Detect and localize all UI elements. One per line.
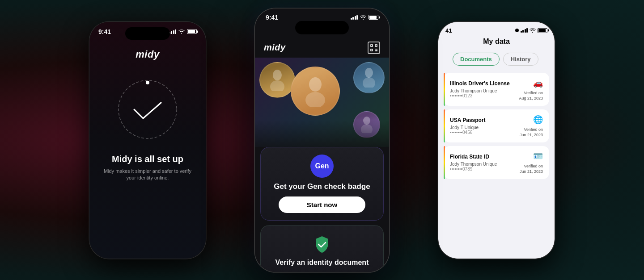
document-item-3[interactable]: Florida State ID Jody Thompson Unique ••… [444, 146, 549, 179]
center-signal-icon [351, 15, 358, 20]
left-time: 9:41 [98, 28, 111, 35]
doc-3-info: Florida State ID Jody Thompson Unique ••… [450, 154, 520, 171]
battery-icon [187, 29, 197, 34]
document-item-2[interactable]: USA Passport Jody T Unique ••••••••0456 … [444, 109, 549, 142]
svg-rect-9 [376, 49, 377, 50]
svg-point-16 [365, 68, 373, 78]
right-time: 41 [445, 27, 452, 34]
center-status-bar: 9:41 [255, 8, 389, 21]
tab-history[interactable]: History [503, 53, 538, 66]
right-status-bar: 41 [438, 22, 555, 69]
document-list: Illinois Driver's License Jody Thompson … [438, 69, 555, 259]
doc-3-verified-date: Jun 21, 2023 [520, 169, 543, 174]
right-signal-icon [521, 28, 528, 33]
svg-point-12 [273, 70, 282, 80]
svg-point-0 [119, 80, 177, 138]
start-verification-link[interactable]: Start verification [301, 271, 343, 272]
setup-title: Midy is all set up [112, 154, 183, 164]
right-phone-inner: 41 [438, 22, 555, 259]
doc-2-verified-label: Verified on [524, 127, 543, 132]
left-phone-logo: midy [136, 49, 159, 60]
center-status-icons [351, 15, 379, 20]
center-time: 9:41 [266, 14, 278, 21]
tab-documents[interactable]: Documents [453, 53, 500, 66]
svg-rect-10 [375, 50, 376, 51]
right-battery-icon [538, 28, 547, 33]
svg-rect-7 [371, 50, 372, 50]
right-status-row: 41 [445, 27, 547, 34]
doc-2-verified-date: Jun 21, 2023 [520, 133, 543, 137]
center-header: midy [255, 38, 389, 58]
center-battery-icon [369, 15, 378, 20]
phones-container: 9:41 midy [0, 0, 644, 280]
doc-2-holder: Jody T Unique [450, 125, 520, 130]
left-phone: 9:41 midy [89, 22, 206, 259]
photo-bubble-3 [353, 62, 385, 93]
gen-badge-circle: Gen [310, 155, 334, 178]
doc-3-number: ••••••••0789 [450, 167, 520, 171]
shield-check-icon [312, 234, 332, 254]
right-wifi-icon [530, 28, 536, 33]
center-wifi-icon [360, 15, 366, 20]
svg-point-1 [146, 81, 149, 84]
svg-point-14 [309, 77, 322, 92]
doc-3-name: Florida State ID [450, 154, 520, 160]
center-dynamic-island [295, 21, 349, 34]
svg-rect-8 [375, 49, 376, 50]
doc-1-info: Illinois Driver's License Jody Thompson … [450, 80, 519, 98]
left-phone-content: 9:41 midy [89, 22, 206, 259]
center-phone-inner: 9:41 m [255, 8, 389, 272]
svg-rect-5 [371, 45, 372, 46]
doc-1-number: ••••••••0123 [450, 93, 519, 98]
verify-title: Verify an identity document [275, 259, 369, 267]
collage-gradient [255, 120, 389, 147]
doc-1-verified-date: Aug 21, 2023 [519, 96, 543, 100]
center-phone: 9:41 m [255, 8, 389, 272]
svg-rect-6 [376, 45, 377, 46]
svg-point-17 [363, 77, 375, 88]
doc-1-verified-label: Verified on [524, 91, 543, 95]
qr-code-icon[interactable] [368, 42, 380, 54]
doc-2-icon: 🌐 [533, 115, 543, 125]
document-item-1[interactable]: Illinois Driver's License Jody Thompson … [444, 73, 549, 106]
doc-2-right: 🌐 Verified on Jun 21, 2023 [520, 115, 543, 137]
left-status-icons [169, 29, 197, 34]
svg-point-15 [305, 92, 325, 107]
right-status-icons [515, 28, 548, 33]
my-data-title: My data [445, 38, 547, 46]
doc-1-right: 🚗 Verified on Aug 21, 2023 [519, 78, 543, 100]
wifi-icon [178, 29, 185, 34]
doc-3-holder: Jody Thompson Unique [450, 162, 520, 167]
doc-1-icon: 🚗 [533, 78, 543, 88]
doc-2-info: USA Passport Jody T Unique ••••••••0456 [450, 117, 520, 135]
gen-badge-card: Gen Get your Gen check badge Start now [260, 147, 384, 221]
svg-point-13 [270, 80, 284, 91]
svg-rect-11 [376, 50, 377, 51]
doc-3-right: 🪪 Verified on Jun 21, 2023 [520, 151, 543, 174]
verify-card: Verify an identity document Start verifi… [260, 225, 384, 272]
doc-1-name: Illinois Driver's License [450, 80, 519, 87]
gen-badge-title: Get your Gen check badge [274, 182, 370, 191]
tab-bar: Documents History [445, 49, 547, 69]
photo-bubble-1 [259, 62, 295, 98]
photo-collage [255, 58, 389, 147]
center-logo: midy [264, 42, 286, 53]
collage-background [255, 58, 389, 147]
doc-2-name: USA Passport [450, 117, 520, 123]
setup-subtitle: Midy makes it simpler and safer to verif… [98, 168, 197, 182]
doc-1-holder: Jody Thompson Unique [450, 88, 519, 93]
start-now-button[interactable]: Start now [279, 196, 365, 213]
doc-3-icon: 🪪 [533, 151, 543, 161]
camera-dot-icon [515, 29, 519, 32]
photo-bubble-2 [291, 67, 340, 116]
check-circle [112, 74, 183, 145]
right-phone: 41 [438, 22, 555, 259]
doc-2-number: ••••••••0456 [450, 130, 520, 135]
doc-3-verified-label: Verified on [524, 164, 543, 168]
dynamic-island-left [125, 27, 170, 40]
